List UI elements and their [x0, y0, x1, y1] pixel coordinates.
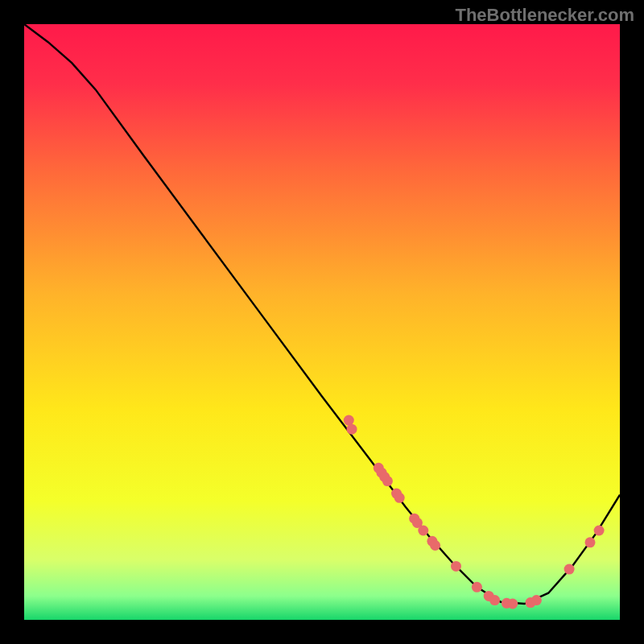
scatter-point [382, 476, 393, 486]
scatter-point [394, 493, 405, 503]
chart-plot-area [24, 24, 620, 620]
scatter-point [531, 595, 542, 605]
scatter-point [418, 526, 428, 536]
attribution-label: TheBottlenecker.com [455, 5, 634, 26]
scatter-point [564, 564, 575, 575]
scatter-point [507, 599, 518, 609]
chart-svg [24, 24, 620, 620]
scatter-point [451, 561, 461, 572]
scatter-point [430, 540, 440, 551]
scatter-point [347, 424, 357, 435]
scatter-point [489, 595, 500, 605]
scatter-point [585, 537, 596, 547]
scatter-point [472, 582, 482, 592]
scatter-point [344, 415, 354, 426]
scatter-point [594, 526, 605, 536]
